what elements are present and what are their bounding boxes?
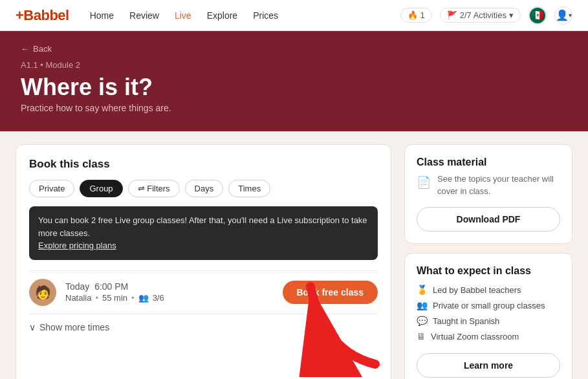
filter-group[interactable]: Group [80,180,122,197]
class-details: Natalia • 55 min • 👥 3/6 [65,293,274,303]
separator2: • [131,293,135,303]
class-day: Today [65,281,89,292]
filter-row: Private Group ⇌ Filters Days Times [29,180,378,197]
expect-card: What to expect in class 🏅 Led by Babbel … [404,253,572,379]
book-free-class-button[interactable]: Book free class [283,281,378,304]
nav-prices[interactable]: Prices [253,10,278,21]
filter-times[interactable]: Times [228,180,270,197]
class-duration: 55 min [102,293,127,303]
screen-icon: 🖥 [417,331,426,341]
filter-filters[interactable]: ⇌ Filters [128,180,180,197]
class-spots: 3/6 [153,293,164,303]
list-item: 💬 Taught in Spanish [417,313,560,329]
info-banner: You can book 2 free Live group classes! … [29,206,378,260]
class-time: Today 6:00 PM [65,281,274,292]
navbar: +Babbel Home Review Live Explore Prices … [0,0,588,31]
back-arrow-icon: ← [21,44,29,54]
class-info: Today 6:00 PM Natalia • 55 min • 👥 3/6 [65,281,274,303]
back-button[interactable]: ← Back [21,44,567,54]
streak-badge[interactable]: 🔥 1 [400,8,432,23]
user-menu[interactable]: 👤 ▾ [554,6,572,25]
class-material-text: See the topics your teacher will cover i… [437,173,560,198]
class-material-desc: 📄 See the topics your teacher will cover… [417,173,560,198]
show-more-label: Show more times [39,322,109,332]
teacher-name: Natalia [65,293,91,303]
class-material-card: Class material 📄 See the topics your tea… [404,144,572,244]
nav-explore[interactable]: Explore [207,10,237,21]
nav-home[interactable]: Home [90,10,114,21]
nav-links: Home Review Live Explore Prices [90,10,400,21]
logo[interactable]: +Babbel [16,7,69,24]
right-panel: Class material 📄 See the topics your tea… [404,144,572,379]
expect-item-1: Led by Babbel teachers [433,285,521,295]
flag-icon: 🚩 [447,10,457,20]
document-icon: 📄 [417,174,431,191]
nav-live[interactable]: Live [175,10,191,21]
language-flag[interactable]: 🇲🇽 [528,6,547,25]
page-title: Where is it? [21,74,567,100]
filter-private[interactable]: Private [29,180,74,197]
nav-right: 🔥 1 🚩 2/7 Activities ▾ 🇲🇽 👤 ▾ [400,6,573,25]
expect-item-3: Taught in Spanish [433,316,499,326]
expect-title: What to expect in class [417,265,560,277]
hero-subtitle: Practice how to say where things are. [21,103,567,113]
class-material-title: Class material [417,157,560,168]
download-pdf-button[interactable]: Download PDF [417,207,560,232]
streak-count: 1 [420,10,425,20]
show-more-times[interactable]: ∨ Show more times [29,314,378,340]
expect-item-2: Private or small group classes [433,301,545,310]
group-icon: 👥 [417,300,428,310]
list-item: 👥 Private or small group classes [417,298,560,313]
expect-item-4: Virtual Zoom classroom [431,332,519,341]
book-class-title: Book this class [29,158,378,171]
book-class-panel: Book this class Private Group ⇌ Filters … [16,144,391,379]
medal-icon: 🏅 [417,285,428,295]
filter-days[interactable]: Days [185,180,224,197]
teacher-avatar: 🧑 [29,279,56,306]
class-hour: 6:00 PM [94,281,128,292]
expect-list: 🏅 Led by Babbel teachers 👥 Private or sm… [417,282,560,344]
speech-icon: 💬 [417,316,428,326]
streak-icon: 🔥 [408,10,418,20]
spots-icon: 👥 [138,293,149,303]
breadcrumb: A1.1 • Module 2 [21,60,567,70]
learn-more-button[interactable]: Learn more [417,353,560,378]
info-banner-text: You can book 2 free Live group classes! … [38,215,367,238]
main-content: Book this class Private Group ⇌ Filters … [0,131,588,379]
activities-label: 2/7 Activities [460,10,506,20]
hero-section: ← Back A1.1 • Module 2 Where is it? Prac… [0,31,588,131]
list-item: 🖥 Virtual Zoom classroom [417,329,560,344]
user-chevron-icon: ▾ [569,12,572,19]
activities-badge[interactable]: 🚩 2/7 Activities ▾ [440,8,521,23]
chevron-down-icon: ▾ [509,10,514,20]
user-icon: 👤 [556,9,569,21]
list-item: 🏅 Led by Babbel teachers [417,282,560,298]
nav-review[interactable]: Review [129,10,159,21]
separator: • [95,293,98,303]
back-label: Back [33,44,52,54]
class-row: 🧑 Today 6:00 PM Natalia • 55 min • 👥 3/6 [29,270,378,314]
pricing-link[interactable]: Explore pricing plans [38,241,116,250]
chevron-down-icon: ∨ [29,322,36,332]
